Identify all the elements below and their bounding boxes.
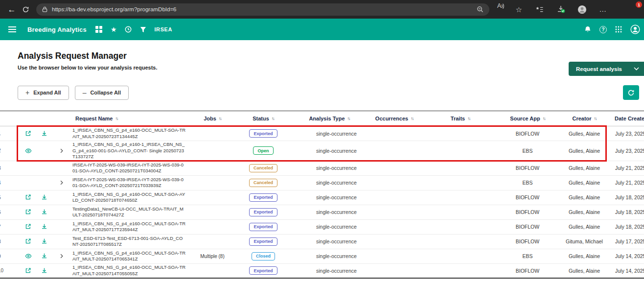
browser-refresh-button[interactable] bbox=[19, 2, 32, 16]
analysis-type-value: single-occurrence bbox=[293, 194, 366, 200]
expand-chevron-icon[interactable] bbox=[59, 180, 65, 186]
clock-icon bbox=[125, 26, 132, 33]
read-aloud-button[interactable]: A bbox=[497, 2, 505, 16]
request-name: TestingData1_NewCB-UI-OCC_MULT-SOA-TRAIT… bbox=[72, 206, 186, 218]
favorite-star-button[interactable]: ☆ bbox=[512, 2, 526, 16]
collapse-all-button[interactable]: – Collapse All bbox=[75, 86, 129, 100]
favorites-button[interactable]: ★ bbox=[111, 26, 117, 33]
sort-icon[interactable]: ↑↓ bbox=[272, 116, 274, 121]
expand-chevron-icon[interactable] bbox=[59, 253, 65, 259]
table-toolbar: + Expand All – Collapse All bbox=[18, 85, 639, 100]
status-badge: Canceled bbox=[249, 179, 277, 187]
table-row: 71_IRSEA_CBN_NS_G_p4_e160-OCC_MULT-SOA-T… bbox=[0, 220, 644, 235]
star-icon: ★ bbox=[111, 26, 117, 33]
download-icon[interactable] bbox=[41, 130, 48, 137]
sort-icon[interactable]: ↑↓ bbox=[467, 116, 470, 121]
open-external-icon[interactable] bbox=[25, 130, 32, 137]
zoom-out-icon[interactable] bbox=[477, 6, 483, 13]
more-dots-icon: … bbox=[599, 8, 607, 11]
address-bar[interactable]: https://ba-dev.ebsproject.org/arm?progra… bbox=[36, 3, 489, 16]
header-label: Date Created bbox=[615, 116, 644, 121]
column-header-creator: Creator ↑↓ bbox=[557, 116, 612, 121]
expand-all-button[interactable]: + Expand All bbox=[18, 86, 69, 100]
header-label: Analysis Type bbox=[309, 116, 345, 121]
program-label: IRSEA bbox=[154, 26, 172, 32]
download-icon[interactable] bbox=[41, 267, 48, 274]
notifications-button[interactable] bbox=[584, 26, 591, 33]
browser-menu-button[interactable]: … bbox=[596, 2, 610, 16]
analysis-type-value: single-occurrence bbox=[293, 148, 366, 154]
browser-back-button[interactable]: ← bbox=[5, 2, 19, 16]
column-header-occurrences: Occurrences ↑↓ bbox=[366, 116, 422, 121]
source-app-value: BIOFLOW bbox=[498, 224, 557, 230]
notification-badge: 1 bbox=[636, 1, 642, 8]
row-number: 3 bbox=[0, 166, 5, 171]
request-name-cell: 1_IRSEA_CBN_NS_G_p4_e160-OCC_MULT-SOA-AY… bbox=[68, 191, 191, 204]
row-actions bbox=[5, 191, 68, 204]
status-cell: Canceled bbox=[234, 179, 293, 187]
request-name-cell: 1_IRSEA_CBN_NS_G_p4_e160-OCC_MULT-SOA-TR… bbox=[68, 127, 191, 140]
sidebar-menu-button[interactable] bbox=[8, 26, 17, 33]
open-external-icon[interactable] bbox=[25, 209, 32, 215]
status-badge: Canceled bbox=[249, 164, 277, 172]
open-external-icon[interactable] bbox=[25, 223, 32, 230]
help-button[interactable]: ? bbox=[599, 26, 607, 33]
apps-dots-icon bbox=[615, 26, 622, 33]
creator-value: Gulles, Alaine bbox=[557, 268, 612, 274]
browser-profile-avatar[interactable] bbox=[575, 2, 589, 16]
row-number: 8 bbox=[0, 239, 5, 244]
row-number: 10 bbox=[0, 268, 5, 273]
analysis-type-value: single-occurrence bbox=[293, 253, 366, 259]
creator-value: Gulles, Alaine bbox=[557, 180, 612, 186]
eye-icon[interactable] bbox=[25, 253, 32, 260]
status-cell: Open bbox=[234, 146, 293, 155]
download-icon[interactable] bbox=[41, 194, 48, 201]
sort-icon[interactable]: ↑↓ bbox=[219, 116, 221, 121]
download-icon bbox=[557, 5, 565, 13]
status-cell: Exported bbox=[234, 266, 293, 275]
table-body: 11_IRSEA_CBN_NS_G_p4_e160-OCC_MULT-SOA-T… bbox=[0, 126, 644, 279]
open-external-icon[interactable] bbox=[25, 194, 32, 201]
favorites-collections-button[interactable] bbox=[533, 2, 547, 16]
user-avatar[interactable] bbox=[630, 24, 640, 34]
sort-icon[interactable]: ↑↓ bbox=[411, 116, 413, 121]
request-name-cell: TestingData1_NewCB-UI-OCC_MULT-SOA-TRAIT… bbox=[68, 206, 191, 218]
row-actions bbox=[5, 142, 68, 160]
column-header-status: Status ↑↓ bbox=[234, 116, 293, 121]
creator-value: Gulles, Alaine bbox=[557, 253, 612, 259]
status-badge: Exported bbox=[249, 223, 277, 231]
sort-icon[interactable]: ↑↓ bbox=[347, 116, 350, 121]
download-icon[interactable] bbox=[41, 238, 48, 245]
date-created-value: July 14, 2025 bbox=[612, 268, 644, 274]
column-header-source-app: Source App ↑↓ bbox=[498, 116, 557, 121]
recent-button[interactable] bbox=[125, 26, 132, 33]
open-external-icon[interactable] bbox=[25, 267, 32, 274]
request-name: Test_ESD-6713-Test_ESD-6713-001-SOA-AYLD… bbox=[72, 236, 186, 248]
hamburger-icon bbox=[8, 26, 17, 33]
downloads-button[interactable] bbox=[554, 2, 568, 16]
sort-icon[interactable]: ↑↓ bbox=[543, 116, 545, 121]
sort-icon[interactable]: ↑↓ bbox=[594, 116, 597, 121]
source-app-value: BIOFLOW bbox=[498, 165, 557, 171]
analysis-type-value: single-occurrence bbox=[293, 209, 366, 215]
download-icon[interactable] bbox=[41, 209, 48, 215]
filter-button[interactable] bbox=[140, 26, 146, 33]
request-analysis-button[interactable]: Request analysis bbox=[569, 62, 644, 76]
download-icon[interactable] bbox=[41, 223, 48, 230]
expand-chevron-icon[interactable] bbox=[59, 148, 65, 154]
header-label: Occurrences bbox=[375, 116, 408, 121]
date-created-value: July 23, 2025 bbox=[612, 148, 644, 154]
download-icon[interactable] bbox=[41, 253, 48, 260]
apps-grid-button[interactable] bbox=[615, 26, 622, 33]
avatar-icon bbox=[577, 5, 587, 14]
refresh-table-button[interactable] bbox=[623, 85, 639, 100]
table-row: 11_IRSEA_CBN_NS_G_p4_e160-OCC_MULT-SOA-T… bbox=[0, 126, 644, 141]
eye-icon[interactable] bbox=[25, 147, 32, 154]
column-header-date-created: Date Created ↑↓ bbox=[612, 116, 644, 121]
status-badge: Exported bbox=[249, 193, 277, 202]
open-external-icon[interactable] bbox=[25, 238, 32, 245]
dashboard-grid-button[interactable] bbox=[95, 26, 102, 33]
header-label: Request Name bbox=[75, 116, 113, 121]
question-mark-icon: ? bbox=[599, 26, 607, 33]
sort-icon[interactable]: ↑↓ bbox=[115, 116, 117, 121]
